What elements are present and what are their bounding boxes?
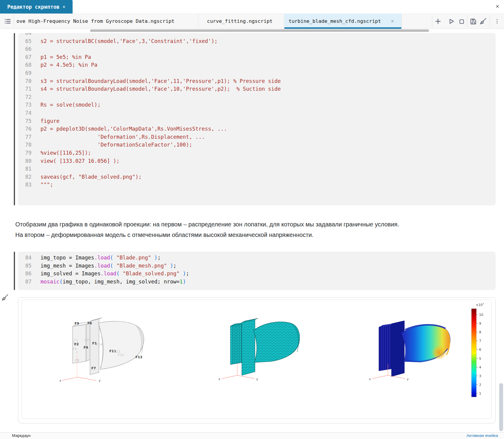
line-number: 75 [18,117,32,125]
markdown-line: Отобразим два графика в одинаковой проек… [15,219,489,230]
active-tab-underline [284,27,401,29]
tab-close-icon[interactable]: × [391,14,394,29]
code-line: 68p2 = 4.5e5; %in Pa [18,61,496,69]
stop-icon [458,18,465,25]
code-line: 82saveas(gcf, "Blade_solved.png"); [18,173,496,181]
code-line: 67p1 = 5e5; %in Pa [18,53,496,61]
line-number: 85 [18,262,32,270]
clean-button[interactable] [478,16,488,26]
tab-turbine-blade-script-active[interactable]: turbine_blade_mesh_cfd.ngscript [284,14,401,29]
cell-list-icon[interactable] [2,16,13,26]
line-number: 64 [18,33,32,37]
broom-icon [1,294,9,301]
line-number: 66 [18,45,32,53]
code-line: 77 'Deformation',Rs.Displacement, ... [18,133,496,141]
line-number: 68 [18,61,32,69]
line-number: 77 [18,133,32,141]
code-line: 74 [18,109,496,117]
broom-icon [479,17,487,25]
code-line: 86img_solved = Images.load( "Blade_solve… [18,270,496,278]
active-cell-label[interactable]: Активная ячейка [466,433,498,438]
code-line: 75figure [18,117,496,125]
line-number: 84 [18,254,32,262]
tab-separator [284,14,284,29]
tab-separator [401,14,402,29]
window-close-icon[interactable]: × [496,3,499,10]
line-number: 73 [18,101,32,109]
horizontal-scrollbar-thumb[interactable] [90,29,429,32]
line-number: 71 [18,85,32,93]
cell-type-label: Маркдаун [12,433,31,438]
editor-window-tab[interactable]: Редактор скриптов × [0,0,73,14]
plus-icon [434,18,442,25]
code-line: 79%view([116,25]); [18,149,496,157]
code-line: 76p2 = pdeplot3D(smodel,'ColorMapData',R… [18,125,496,133]
code-line: 71s4 = structuralBoundaryLoad(smodel,'Fa… [18,85,496,93]
code-line: 83"""; [18,181,496,189]
save-icon [470,18,477,25]
vertical-scrollbar-thumb[interactable] [499,383,503,431]
save-button[interactable] [468,16,478,26]
line-number: 82 [18,173,32,181]
code-cell-2[interactable]: 84img_topo = Images.load( "Blade.png" );… [18,252,496,290]
code-lines: 84img_topo = Images.load( "Blade.png" );… [18,254,496,286]
line-number: 86 [18,270,32,278]
code-line: 66 [18,45,496,53]
tab-curve-fitting-script[interactable]: curve_fitting.ngscript [207,14,273,29]
active-cell-indicator [14,252,15,290]
run-button[interactable] [446,16,456,26]
toolbar-separator [432,16,432,27]
output-figure-frame [22,300,491,419]
code-line: 80view( [133.027 16.056] ); [18,157,496,165]
line-number: 83 [18,181,32,189]
line-number: 70 [18,77,32,85]
code-line: 85img_mesh = Images.load( "Blade_mesh.pn… [18,262,496,270]
markdown-line: На втором – деформированная модель с отм… [15,230,489,240]
code-line: 65s2 = structuralBC(smodel,'Face',3,'Con… [18,37,496,45]
code-line: 72 [18,93,496,101]
script-editor-window: Редактор скриптов × × ove High-Frequency… [0,0,504,439]
code-line: 81 [18,165,496,173]
line-number: 76 [18,125,32,133]
line-number: 74 [18,109,32,117]
code-line: 84img_topo = Images.load( "Blade.png" ); [18,254,496,262]
tab-separator [14,14,14,29]
markdown-cell: Отобразим два графика в одинаковой проек… [15,219,489,240]
line-number: 69 [18,69,32,77]
line-number: 78 [18,141,32,149]
line-number: 67 [18,53,32,61]
add-cell-button[interactable] [433,16,443,26]
active-cell-indicator [14,33,15,205]
toolbar-separator [490,16,490,27]
tab-separator [198,14,198,29]
line-number: 81 [18,165,32,173]
code-line: 69 [18,69,496,77]
titlebar: Редактор скриптов × × [0,0,504,14]
line-number: 79 [18,149,32,157]
editor-tab-close-icon[interactable]: × [62,4,65,10]
kebab-menu-icon [494,18,500,25]
play-icon [447,17,455,25]
stop-button[interactable] [456,16,466,26]
code-cell-1[interactable]: 6465s2 = structuralBC(smodel,'Face',3,'C… [18,33,496,205]
editor-window-title: Редактор скриптов [7,4,59,10]
status-bar [0,432,504,439]
code-line: 73Rs = solve(smodel); [18,101,496,109]
code-line: 87mosaic(img_topo, img_mesh, img_solved;… [18,278,496,286]
more-menu-button[interactable] [492,16,502,26]
tab-gyroscope-script[interactable]: ove High-Frequency Noise from Gyroscope … [16,14,175,29]
code-lines: 6465s2 = structuralBC(smodel,'Face',3,'C… [18,33,496,189]
line-number: 87 [18,278,32,286]
line-number: 80 [18,157,32,165]
toolbar-separator [467,16,467,27]
code-line: 70s3 = structuralBoundaryLoad(smodel,'Fa… [18,77,496,85]
code-line: 78 'DeformationScaleFactor',100); [18,141,496,149]
line-number: 72 [18,93,32,101]
clear-output-button[interactable] [1,294,9,302]
code-line: 64 [18,33,496,37]
line-number: 65 [18,37,32,45]
